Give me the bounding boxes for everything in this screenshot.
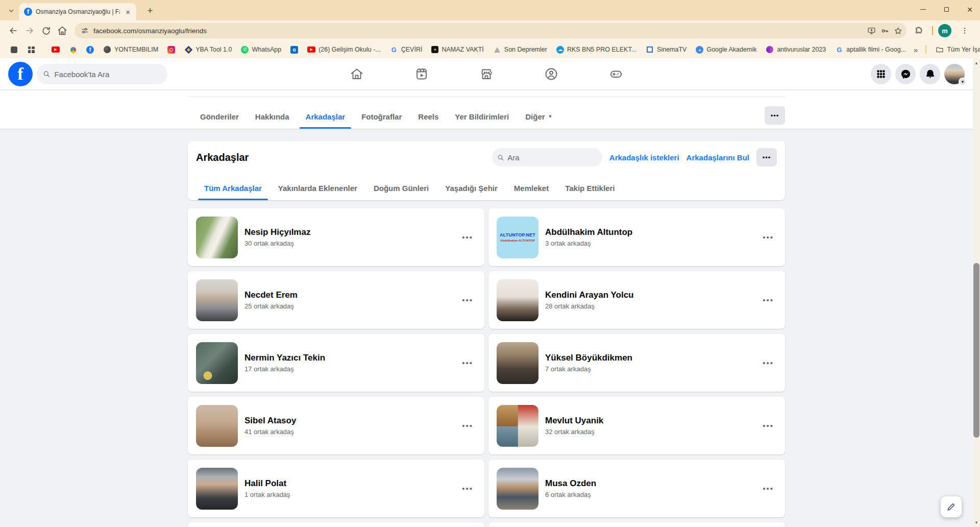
browser-tab[interactable]: f Osmanziya Osmanziyaoğlu | Fac ×: [19, 3, 136, 20]
bookmark-star-icon[interactable]: [894, 27, 902, 35]
facebook-search-input[interactable]: [54, 70, 161, 79]
filter-yakinlarda-eklenenler[interactable]: Yakınlarda Eklenenler: [270, 176, 365, 200]
chrome-profile-avatar[interactable]: m: [938, 24, 951, 37]
friend-name[interactable]: Musa Ozden: [545, 478, 753, 489]
profile-avatar[interactable]: ▼: [944, 64, 965, 84]
filter-memleket[interactable]: Memleket: [506, 176, 557, 200]
bookmark-yba-tool[interactable]: YBA Tool 1.0: [181, 44, 235, 55]
friend-name[interactable]: Nesip Hiçyılmaz: [244, 227, 452, 237]
bookmark-apps-grid[interactable]: [23, 44, 39, 55]
bookmark-outlook[interactable]: o: [287, 44, 302, 55]
bookmark-gelisim-okulu[interactable]: ▶(26) Gelişim Okulu -...: [304, 44, 384, 55]
scroll-up-icon[interactable]: ▲: [973, 59, 980, 66]
friend-options-button[interactable]: •••: [760, 291, 777, 309]
bookmark-namaz-vakti[interactable]: ✦NAMAZ VAKTİ: [428, 44, 487, 55]
window-restore-button[interactable]: [941, 4, 951, 14]
nav-video-reels-icon[interactable]: [393, 61, 450, 87]
bookmark-youtube[interactable]: ▶: [48, 45, 63, 54]
bookmark-facebook[interactable]: f: [83, 44, 97, 55]
friend-options-button[interactable]: •••: [760, 416, 777, 435]
url-text[interactable]: facebook.com/osmanziyaoglu/friends: [93, 27, 863, 35]
nav-groups-icon[interactable]: [523, 61, 580, 87]
friend-card-partial[interactable]: [188, 522, 484, 527]
notifications-bell-icon[interactable]: [920, 64, 940, 84]
bookmarks-overflow-chevron[interactable]: »: [912, 45, 920, 54]
bookmark-ceviri[interactable]: GÇEVİRİ: [386, 44, 426, 55]
forward-icon[interactable]: [21, 22, 38, 39]
friend-avatar[interactable]: ALTUNTOP.NET Abdülhakim ALTUNTOP: [497, 217, 538, 258]
home-icon[interactable]: [54, 22, 70, 39]
extensions-puzzle-icon[interactable]: [911, 22, 927, 39]
bookmark-app-shortcut[interactable]: [6, 44, 21, 55]
bookmark-instagram[interactable]: [164, 44, 179, 55]
install-app-icon[interactable]: [867, 27, 876, 35]
friend-name[interactable]: Sibel Atasoy: [244, 416, 452, 426]
friend-name[interactable]: Halil Polat: [244, 478, 452, 489]
tab-hakkinda[interactable]: Hakkında: [247, 104, 298, 129]
friend-name[interactable]: Mevlut Uyanik: [545, 416, 753, 426]
friend-options-button[interactable]: •••: [760, 228, 777, 247]
window-minimize-button[interactable]: [918, 4, 928, 14]
bookmark-sinematv[interactable]: SinemaTV: [642, 44, 690, 55]
bookmark-rks[interactable]: ☁RKS BN5 PRO ELEKT...: [553, 44, 640, 55]
friend-avatar[interactable]: [497, 468, 538, 510]
friend-avatar[interactable]: [497, 279, 538, 321]
tab-fotograflar[interactable]: Fotoğraflar: [353, 104, 410, 129]
tab-arkadaslar[interactable]: Arkadaşlar: [298, 104, 354, 129]
bookmark-antivuruslar[interactable]: antivuruslar 2023: [762, 44, 829, 55]
friends-more-button[interactable]: •••: [756, 148, 777, 166]
filter-takip-ettikleri[interactable]: Takip Ettikleri: [557, 176, 623, 200]
scroll-down-icon[interactable]: ▼: [973, 519, 980, 526]
all-bookmarks-folder[interactable]: Tüm Yer İşaretleri: [932, 44, 980, 55]
menu-grid-icon[interactable]: [871, 64, 891, 84]
friend-options-button[interactable]: •••: [459, 291, 476, 309]
friend-avatar[interactable]: [497, 405, 538, 447]
friends-search-input[interactable]: [507, 153, 597, 162]
bookmark-aptallik-filmi[interactable]: Gaptallik filmi - Goog...: [831, 44, 910, 55]
friend-card-partial[interactable]: [488, 522, 785, 527]
friends-search[interactable]: [492, 148, 602, 166]
friend-name[interactable]: Kendini Arayan Yolcu: [545, 290, 753, 300]
friend-requests-link[interactable]: Arkadaşlık istekleri: [609, 153, 679, 162]
back-icon[interactable]: [5, 22, 21, 39]
bookmark-google-maps[interactable]: [65, 44, 81, 55]
facebook-logo-icon[interactable]: f: [8, 62, 33, 86]
nav-home-icon[interactable]: [328, 61, 385, 87]
friend-name[interactable]: Necdet Erem: [244, 290, 452, 300]
site-settings-tune-icon[interactable]: [81, 27, 89, 35]
friend-options-button[interactable]: •••: [760, 353, 777, 372]
filter-yasadigi-sehir[interactable]: Yaşadığı Şehir: [437, 176, 506, 200]
friend-options-button[interactable]: •••: [760, 479, 777, 498]
facebook-search[interactable]: [37, 64, 167, 84]
friend-avatar[interactable]: [196, 279, 238, 321]
tab-close-icon[interactable]: ×: [124, 8, 132, 16]
friend-avatar[interactable]: [497, 342, 538, 384]
password-key-icon[interactable]: [880, 27, 889, 35]
tab-gonderiler[interactable]: Gönderiler: [192, 104, 247, 129]
friend-options-button[interactable]: •••: [459, 416, 476, 435]
tab-yer-bildirimleri[interactable]: Yer Bildirimleri: [447, 104, 517, 129]
nav-marketplace-icon[interactable]: [458, 61, 515, 87]
bookmark-yontembilim[interactable]: YONTEMBILIM: [100, 44, 162, 55]
friend-name[interactable]: Nermin Yazıcı Tekin: [244, 353, 452, 363]
window-close-button[interactable]: ×: [965, 4, 975, 14]
filter-tum-arkadaslar[interactable]: Tüm Arkadaşlar: [196, 176, 270, 200]
friend-name[interactable]: Yüksel Böyükdikmen: [545, 353, 753, 363]
filter-dogum-gunleri[interactable]: Doğum Günleri: [365, 176, 437, 200]
url-bar[interactable]: facebook.com/osmanziyaoglu/friends: [75, 23, 906, 38]
friend-options-button[interactable]: •••: [459, 479, 476, 498]
edit-pencil-button[interactable]: [941, 496, 962, 517]
page-scrollbar[interactable]: ▲ ▼: [973, 58, 980, 527]
friend-name[interactable]: Abdülhakim Altuntop: [545, 227, 753, 237]
new-tab-button[interactable]: +: [144, 5, 156, 17]
friend-avatar[interactable]: [196, 342, 238, 384]
bookmark-google-akademik[interactable]: ▲Google Akademik: [692, 44, 760, 55]
tab-search-chevron-icon[interactable]: [5, 5, 17, 17]
scrollbar-thumb[interactable]: [973, 263, 979, 438]
messenger-icon[interactable]: [895, 64, 916, 84]
nav-gaming-icon[interactable]: [587, 61, 645, 87]
friend-options-button[interactable]: •••: [459, 228, 476, 247]
bookmark-son-depremler[interactable]: Son Depremler: [489, 44, 551, 55]
friend-avatar[interactable]: [196, 405, 238, 447]
find-friends-link[interactable]: Arkadaşlarını Bul: [687, 153, 749, 162]
